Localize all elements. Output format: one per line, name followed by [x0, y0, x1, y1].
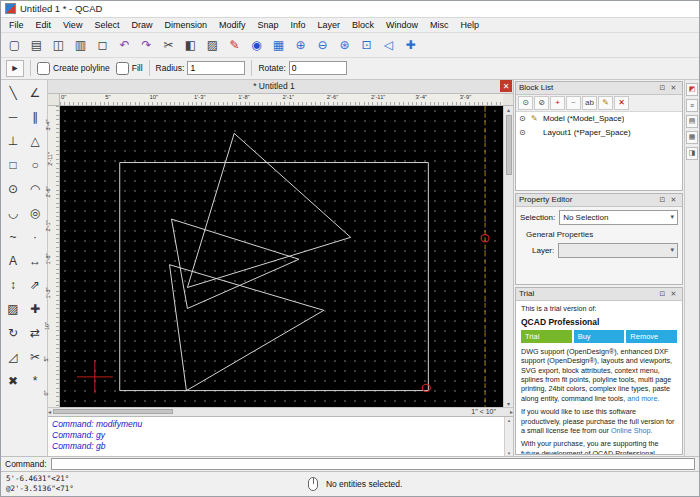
toolbar-button[interactable]: ◉ [246, 35, 267, 56]
command-input[interactable] [51, 458, 695, 470]
block-list-item[interactable]: ⊙ Layout1 (*Paper_Space) [516, 126, 682, 140]
menu-item[interactable]: Window [380, 19, 424, 31]
toolbar-button[interactable]: ▢ [4, 35, 25, 56]
dock-tab-button[interactable]: ▦ [686, 131, 698, 144]
block-list-tool-button[interactable]: ⊙ [518, 96, 533, 110]
and-more-link[interactable]: and more. [627, 394, 659, 403]
cad-tool-button[interactable]: ✚ [24, 297, 46, 321]
horizontal-scrollbar[interactable]: ◂ 1" < 10" ▸ [48, 407, 513, 416]
cad-tool-button[interactable]: ○ [24, 153, 46, 177]
block-list-tool-button[interactable]: ✕ [614, 96, 629, 110]
document-tab-title[interactable]: * Untitled 1 [48, 81, 500, 91]
dock-tab-button[interactable]: ◨ [686, 147, 698, 160]
toolbar-button[interactable]: ⊕ [290, 35, 311, 56]
command-history[interactable]: ▴▾ Command: modifymenuCommand: gyCommand… [48, 416, 513, 456]
menu-item[interactable]: Info [285, 19, 312, 31]
float-panel-icon[interactable]: ⊡ [657, 196, 668, 204]
cad-tool-button[interactable]: ◿ [2, 345, 24, 369]
fill-checkbox[interactable] [116, 62, 129, 75]
cad-tool-button[interactable]: ▨ [2, 297, 24, 321]
visibility-eye-icon[interactable]: ⊙ [519, 114, 528, 123]
menu-item[interactable]: View [57, 19, 88, 31]
menu-item[interactable]: Draw [125, 19, 158, 31]
scroll-down-icon[interactable]: ▾ [507, 400, 510, 407]
online-shop-link[interactable]: Online Shop. [611, 426, 653, 435]
cad-tool-button[interactable]: ⇗ [24, 273, 46, 297]
menu-item[interactable]: Edit [30, 19, 58, 31]
trial-button[interactable]: Trial [521, 330, 572, 343]
menu-item[interactable]: Misc [424, 19, 455, 31]
menu-item[interactable]: Block [346, 19, 380, 31]
scroll-left-icon[interactable]: ◂ [48, 408, 51, 415]
cad-tool-button[interactable]: □ [2, 153, 24, 177]
cad-tool-button[interactable]: ∥ [24, 105, 46, 129]
dock-tab-button[interactable]: ≡ [686, 99, 698, 112]
toolbar-button[interactable]: ↶ [114, 35, 135, 56]
block-list-tool-button[interactable]: − [566, 96, 581, 110]
block-list-tool-button[interactable]: ab [582, 96, 597, 110]
close-document-icon[interactable]: ✕ [500, 80, 512, 92]
dock-tab-button[interactable]: ▤ [686, 115, 698, 128]
menu-item[interactable]: File [3, 19, 30, 31]
layer-dropdown[interactable]: ▾ [558, 243, 678, 258]
horizontal-scroll-thumb[interactable] [53, 409, 173, 414]
rotate-input[interactable] [289, 61, 347, 75]
toolbar-button[interactable]: ⊛ [334, 35, 355, 56]
block-list-tool-button[interactable]: ✎ [598, 96, 613, 110]
pointer-tool-icon[interactable]: ► [6, 60, 24, 77]
scroll-up-icon[interactable]: ▴ [507, 106, 510, 113]
cad-tool-button[interactable]: ↻ [2, 321, 24, 345]
selection-dropdown[interactable]: No Selection ▾ [559, 210, 678, 225]
cad-tool-button[interactable]: ↕ [2, 273, 24, 297]
toolbar-button[interactable]: ✚ [400, 35, 421, 56]
cad-tool-button[interactable]: * [24, 369, 46, 393]
cad-tool-button[interactable]: · [24, 225, 46, 249]
cad-tool-button[interactable]: ╲ [2, 81, 24, 105]
toolbar-button[interactable]: ⊡ [356, 35, 377, 56]
create-polyline-checkbox[interactable] [37, 62, 50, 75]
toolbar-button[interactable]: ▨ [202, 35, 223, 56]
block-list-tool-button[interactable]: ⊘ [534, 96, 549, 110]
toolbar-button[interactable]: ◁ [378, 35, 399, 56]
cad-tool-button[interactable]: ─ [2, 105, 24, 129]
toolbar-button[interactable]: ↷ [136, 35, 157, 56]
vertical-scroll-thumb[interactable] [506, 115, 512, 175]
cad-tool-button[interactable]: ∠ [24, 81, 46, 105]
cad-tool-button[interactable]: ⊥ [2, 129, 24, 153]
block-list-tool-button[interactable]: + [550, 96, 565, 110]
toolbar-button[interactable]: ▤ [26, 35, 47, 56]
menu-item[interactable]: Help [455, 19, 486, 31]
close-panel-icon[interactable]: ✕ [668, 290, 679, 298]
toolbar-button[interactable]: ◧ [180, 35, 201, 56]
cad-tool-button[interactable]: ↔ [24, 249, 46, 273]
cad-tool-button[interactable]: A [2, 249, 24, 273]
block-list-item[interactable]: ⊙ ✎ Model (*Model_Space) [516, 112, 682, 126]
cad-tool-button[interactable]: ✖ [2, 369, 24, 393]
float-panel-icon[interactable]: ⊡ [657, 290, 668, 298]
toolbar-button[interactable]: ✎ [224, 35, 245, 56]
toolbar-button[interactable]: ✂ [158, 35, 179, 56]
menu-item[interactable]: Modify [213, 19, 252, 31]
buy-button[interactable]: Buy [574, 330, 625, 343]
vertical-scrollbar[interactable]: ▴ ▾ [503, 106, 513, 407]
cad-tool-button[interactable]: ◎ [24, 201, 46, 225]
toolbar-button[interactable]: ◫ [48, 35, 69, 56]
menu-item[interactable]: Select [88, 19, 125, 31]
visibility-eye-icon[interactable]: ⊙ [519, 128, 528, 137]
toolbar-button[interactable]: ▥ [70, 35, 91, 56]
float-panel-icon[interactable]: ⊡ [657, 84, 668, 92]
cad-tool-button[interactable]: ◡ [2, 201, 24, 225]
history-scrollbar[interactable]: ▴▾ [504, 417, 513, 456]
cad-tool-button[interactable]: ⊙ [2, 177, 24, 201]
toolbar-button[interactable]: ▦ [268, 35, 289, 56]
close-panel-icon[interactable]: ✕ [668, 84, 679, 92]
menu-item[interactable]: Layer [312, 19, 347, 31]
edit-pencil-icon[interactable]: ✎ [531, 114, 540, 123]
toolbar-button[interactable]: ⊖ [312, 35, 333, 56]
menu-item[interactable]: Snap [251, 19, 284, 31]
toolbar-button[interactable]: ◻ [92, 35, 113, 56]
close-panel-icon[interactable]: ✕ [668, 196, 679, 204]
menu-item[interactable]: Dimension [158, 19, 213, 31]
cad-tool-button[interactable]: ◠ [24, 177, 46, 201]
cad-tool-button[interactable]: △ [24, 129, 46, 153]
